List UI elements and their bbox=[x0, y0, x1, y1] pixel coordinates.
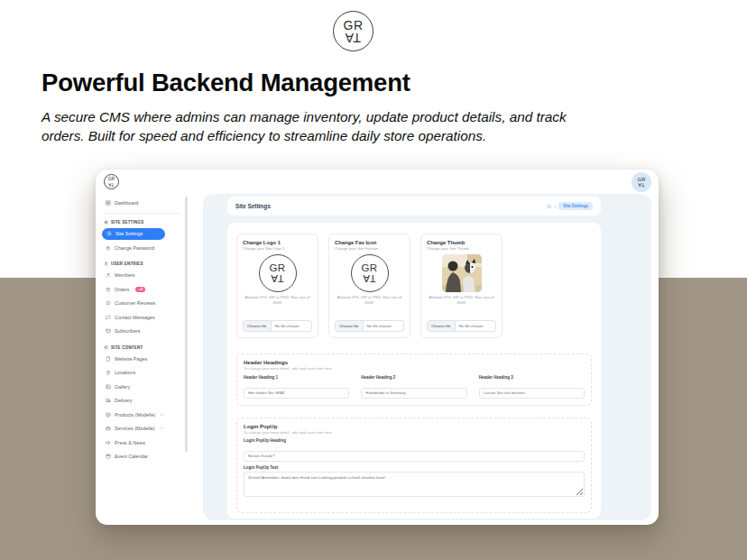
chevron-down-icon bbox=[160, 413, 164, 418]
dashboard-icon bbox=[106, 200, 111, 206]
sidebar-item-locations[interactable]: Locations bbox=[96, 366, 189, 381]
mail-icon bbox=[106, 328, 111, 334]
sidebar-item-orders[interactable]: Orders +5 bbox=[96, 282, 189, 297]
sidebar-item-event-calendar[interactable]: Event Calendar bbox=[96, 450, 189, 464]
home-icon[interactable] bbox=[547, 204, 552, 209]
field-label: Header Heading 2 bbox=[361, 375, 466, 380]
breadcrumb-separator: / bbox=[555, 204, 556, 209]
sidebar-item-label: Services (Modelle) bbox=[115, 426, 155, 431]
sidebar-item-site-settings[interactable]: Site Settings bbox=[102, 228, 165, 241]
login-popup-text-input[interactable]: Schnell Anmelden, damit dein Hund sein L… bbox=[244, 472, 585, 497]
chevron-down-icon bbox=[160, 427, 164, 431]
header-heading-2-input[interactable] bbox=[361, 388, 466, 399]
logo-text-bottom: TA bbox=[363, 273, 376, 283]
upload-card-thumb: Change Thumb Change your Site Thumb bbox=[420, 234, 503, 338]
site-thumb-photo bbox=[442, 254, 482, 292]
login-popup-text-label: Login PopUp Text bbox=[244, 465, 585, 470]
sidebar-item-contact-messages[interactable]: Contact Messages bbox=[96, 310, 189, 325]
sidebar-logo[interactable]: GR TA bbox=[104, 174, 119, 189]
sidebar: Dashboard SITE SETTINGS Site Settings Ch… bbox=[96, 196, 189, 464]
allowed-file-hint: Allowed JPG, GIF or PNG. Max size of 800… bbox=[243, 295, 312, 306]
briefcase-icon bbox=[106, 426, 111, 431]
content-title: Site Settings bbox=[235, 203, 271, 209]
orders-count-badge: +5 bbox=[135, 287, 145, 292]
sidebar-logo-top: GR bbox=[108, 178, 115, 181]
sidebar-logo-bottom: TA bbox=[108, 182, 114, 186]
chat-icon bbox=[106, 315, 111, 320]
sidebar-section-site-settings: SITE SETTINGS bbox=[96, 218, 189, 227]
user-icon bbox=[104, 262, 108, 266]
sidebar-item-website-pages[interactable]: Website Pages bbox=[96, 352, 189, 366]
header-headings-fields: Header Heading 1 Header Heading 2 Header… bbox=[244, 375, 585, 399]
sidebar-scrollbar[interactable] bbox=[185, 197, 188, 452]
image-icon bbox=[106, 384, 111, 390]
sidebar-item-label: Press & News bbox=[115, 440, 145, 445]
gear-icon bbox=[106, 231, 112, 236]
sidebar-section-user-entries: USER ENTRIES bbox=[96, 260, 189, 269]
site-favicon-preview: GR TA bbox=[351, 254, 389, 292]
file-status-text: No file chosen bbox=[364, 321, 395, 331]
upload-card-logo: Change Logo 1 Change your Site Logo 1 GR… bbox=[236, 234, 318, 338]
sidebar-item-label: Event Calendar bbox=[115, 454, 148, 459]
allowed-file-hint: Allowed JPG, GIF or PNG. Max size of 800… bbox=[427, 295, 496, 306]
choose-file-button[interactable]: Choose file bbox=[244, 321, 272, 331]
sidebar-item-members[interactable]: Members bbox=[96, 269, 189, 283]
calendar-icon bbox=[106, 454, 111, 459]
sidebar-item-customer-reviews[interactable]: Customer Reviews bbox=[96, 297, 189, 311]
upload-card-subtitle: Change your Site Logo 1 bbox=[243, 246, 312, 251]
sidebar-item-label: Orders bbox=[115, 287, 129, 292]
login-popup-section: Login PopUp To change your meta detail ,… bbox=[236, 418, 592, 513]
sidebar-item-label: Site Settings bbox=[115, 231, 143, 236]
header-heading-1-input[interactable] bbox=[244, 388, 349, 399]
sidebar-item-gallery[interactable]: Gallery bbox=[96, 380, 189, 394]
choose-file-button[interactable]: Choose file bbox=[336, 321, 364, 331]
section-subtitle: To change your meta detail , edit and sa… bbox=[244, 366, 585, 371]
avatar-logo-bottom: TA bbox=[638, 182, 644, 187]
logo-text-bottom: TA bbox=[345, 32, 361, 43]
header-headings-section: Header Headings To change your meta deta… bbox=[236, 353, 592, 406]
sidebar-section-label: USER ENTRIES bbox=[111, 262, 143, 266]
sidebar-item-label: Members bbox=[115, 272, 134, 278]
truck-icon bbox=[106, 398, 111, 403]
sidebar-item-delivery[interactable]: Delivery bbox=[96, 394, 189, 409]
sidebar-item-label: Customer Reviews bbox=[115, 300, 155, 306]
sidebar-item-dashboard[interactable]: Dashboard bbox=[96, 196, 189, 210]
section-title: Header Headings bbox=[244, 360, 585, 365]
login-popup-heading-input[interactable] bbox=[244, 451, 585, 462]
upload-card-subtitle: Change your Site Thumb bbox=[427, 246, 496, 251]
settings-card: Change Logo 1 Change your Site Logo 1 GR… bbox=[227, 223, 601, 519]
field-label: Header Heading 1 bbox=[244, 375, 349, 380]
sidebar-item-subscribers[interactable]: Subscribers bbox=[96, 325, 189, 339]
upload-cards-row: Change Logo 1 Change your Site Logo 1 GR… bbox=[236, 234, 503, 338]
sidebar-item-services[interactable]: Services (Modelle) bbox=[96, 422, 189, 436]
sidebar-item-label: Gallery bbox=[115, 384, 130, 390]
sidebar-item-label: Change Password bbox=[115, 245, 154, 251]
gear-icon bbox=[104, 220, 108, 225]
field-label: Header Heading 3 bbox=[479, 375, 585, 380]
field-header-heading-2: Header Heading 2 bbox=[361, 375, 466, 399]
section-title: Login PopUp bbox=[244, 424, 585, 429]
sidebar-item-label: Website Pages bbox=[115, 356, 147, 362]
header-heading-3-input[interactable] bbox=[479, 388, 585, 399]
sidebar-section-site-content: SITE CONTENT bbox=[96, 343, 189, 352]
sidebar-item-products[interactable]: Products (Modelle) bbox=[96, 408, 189, 422]
file-status-text: No file chosen bbox=[272, 321, 303, 331]
field-header-heading-1: Header Heading 1 bbox=[244, 375, 349, 399]
page-title: Powerful Backend Management bbox=[42, 69, 410, 97]
upload-card-title: Change Fav Icon bbox=[335, 240, 404, 245]
content-panel: Site Settings / Site Settings Change Log… bbox=[203, 194, 651, 520]
file-icon bbox=[106, 356, 111, 362]
choose-file-button[interactable]: Choose file bbox=[428, 321, 456, 331]
sidebar-item-change-password[interactable]: Change Password bbox=[96, 241, 189, 255]
logo-text-bottom: TA bbox=[271, 273, 284, 283]
breadcrumb-current-badge[interactable]: Site Settings bbox=[558, 202, 593, 210]
field-header-heading-3: Header Heading 3 bbox=[479, 375, 585, 399]
logo-text-top: GR bbox=[343, 20, 363, 32]
sidebar-item-label: Locations bbox=[115, 370, 135, 375]
sidebar-item-press-news[interactable]: Press & News bbox=[96, 436, 189, 450]
sidebar-section-label: SITE CONTENT bbox=[111, 345, 143, 350]
user-avatar[interactable]: GR TA bbox=[632, 172, 651, 192]
upload-card-favicon: Change Fav Icon Change your Site Favicon… bbox=[328, 234, 410, 338]
sidebar-item-label: Delivery bbox=[115, 398, 132, 403]
file-input: Choose file No file chosen bbox=[427, 320, 496, 332]
